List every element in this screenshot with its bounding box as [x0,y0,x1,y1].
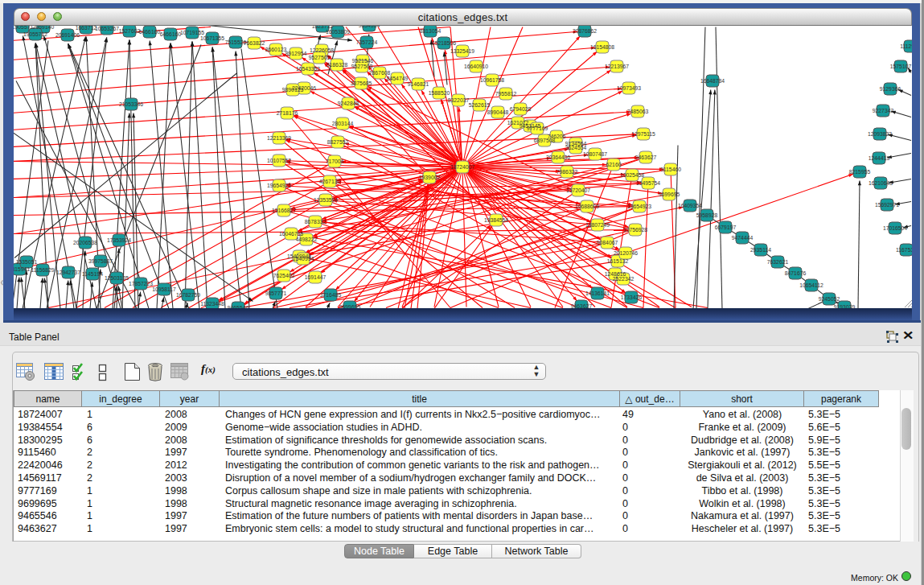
svg-text:1167533: 1167533 [896,247,912,253]
svg-text:2935114: 2935114 [750,247,771,253]
svg-text:12213369: 12213369 [267,135,291,141]
svg-text:2803144: 2803144 [332,121,354,126]
svg-text:12975115: 12975115 [631,131,655,137]
svg-text:14136141: 14136141 [585,290,610,296]
svg-text:10961758: 10961758 [480,77,504,83]
svg-text:8678332: 8678332 [305,219,326,225]
svg-text:1112983: 1112983 [900,43,912,49]
svg-text:1905571: 1905571 [14,26,33,30]
svg-text:8471676: 8471676 [785,270,807,276]
svg-text:16046795: 16046795 [279,231,303,237]
svg-text:20206538: 20206538 [73,240,97,245]
svg-text:15218506: 15218506 [432,40,456,46]
svg-text:1244413: 1244413 [869,155,890,161]
svg-text:16648784: 16648784 [700,78,725,84]
svg-text:11323448: 11323448 [200,301,224,307]
svg-text:18807249: 18807249 [585,222,610,228]
svg-text:5262615: 5262615 [469,102,491,108]
svg-text:8827552: 8827552 [327,139,349,145]
svg-text:6466160: 6466160 [139,29,161,35]
svg-text:18724007: 18724007 [450,164,474,170]
svg-text:7625402: 7625402 [273,273,295,278]
svg-text:10654112: 10654112 [799,282,823,288]
svg-text:8660123: 8660123 [265,47,287,52]
svg-text:19654923: 19654923 [627,204,651,209]
svg-text:19384554: 19384554 [484,217,508,223]
svg-text:20364436: 20364436 [546,154,570,160]
svg-text:17016504: 17016504 [883,225,907,231]
svg-text:1535051: 1535051 [16,259,38,265]
svg-text:15720407: 15720407 [566,187,590,193]
svg-text:3716485: 3716485 [320,292,342,298]
svg-text:8813054: 8813054 [420,28,441,34]
svg-text:9115460: 9115460 [660,167,681,172]
svg-text:20876862: 20876862 [573,28,597,34]
svg-text:9521546: 9521546 [352,58,374,64]
svg-text:12226058: 12226058 [310,47,334,53]
svg-text:8454749: 8454749 [387,76,409,81]
svg-text:6897508: 6897508 [534,138,556,143]
svg-text:39975887: 39975887 [88,258,113,264]
svg-text:3315941: 3315941 [14,266,30,272]
svg-text:9146821: 9146821 [408,81,429,87]
svg-text:2867608: 2867608 [369,70,391,76]
svg-text:9129366: 9129366 [880,86,901,92]
svg-text:12353594: 12353594 [314,197,338,203]
svg-text:3624554: 3624554 [565,145,587,150]
svg-text:1691447: 1691447 [305,274,326,280]
svg-text:15692971: 15692971 [875,202,899,208]
svg-text:9699695: 9699695 [659,192,680,197]
svg-text:8990448: 8990448 [487,109,509,115]
svg-text:7663822: 7663822 [244,40,265,46]
svg-text:2718176: 2718176 [277,110,298,116]
svg-text:10653267: 10653267 [95,26,119,31]
svg-text:13325419: 13325419 [450,48,474,54]
svg-text:11156829: 11156829 [31,267,54,273]
svg-text:10719155: 10719155 [180,30,204,35]
svg-text:9245052: 9245052 [819,296,840,302]
svg-text:12093822: 12093822 [868,131,892,137]
svg-text:12213967: 12213967 [605,64,629,69]
svg-text:7485063: 7485063 [627,109,649,114]
svg-text:10671355: 10671355 [200,35,224,41]
svg-text:9777169: 9777169 [527,126,548,131]
svg-text:20120746: 20120746 [614,250,638,256]
svg-text:1733426: 1733426 [621,295,643,300]
svg-text:1615132: 1615132 [607,258,629,264]
svg-text:9857771: 9857771 [265,290,287,296]
svg-text:8912954: 8912954 [285,51,307,56]
svg-text:1540994: 1540994 [293,256,314,262]
svg-text:15495754: 15495754 [636,180,660,186]
svg-text:16543352: 16543352 [296,66,320,72]
svg-text:1575107: 1575107 [890,64,912,69]
svg-text:9227342: 9227342 [873,108,894,113]
svg-text:9890123: 9890123 [282,87,304,93]
svg-text:9527508: 9527508 [351,64,373,69]
svg-text:2069140: 2069140 [33,26,55,30]
svg-text:5958928: 5958928 [696,212,718,218]
svg-text:10756928: 10756928 [623,227,647,233]
svg-text:19166827: 19166827 [272,208,296,213]
svg-text:16409354: 16409354 [678,203,702,208]
svg-text:10025458: 10025458 [620,172,644,178]
svg-text:7955812: 7955812 [495,91,517,97]
svg-text:4498222: 4498222 [296,237,318,242]
svg-text:8322037: 8322037 [448,97,470,103]
svg-text:62160: 62160 [606,162,622,167]
svg-text:7632621: 7632621 [767,259,789,265]
svg-text:12503135: 12503135 [105,275,129,281]
svg-text:1145194: 1145194 [82,271,103,277]
svg-text:4267130: 4267130 [319,179,341,184]
svg-text:7986322: 7986322 [556,169,578,175]
svg-text:21053346: 21053346 [119,101,143,107]
svg-text:10973493: 10973493 [617,85,641,91]
svg-text:17353924: 17353924 [107,237,131,243]
svg-text:17857223: 17857223 [129,281,153,286]
svg-text:10958117: 10958117 [152,286,176,292]
svg-text:9634554: 9634554 [359,26,380,28]
svg-text:10107552: 10107552 [267,158,291,163]
svg-text:8186328: 8186328 [326,62,348,68]
svg-text:1527602: 1527602 [119,28,141,34]
svg-text:9463627: 9463627 [635,154,657,160]
svg-text:7357224: 7357224 [356,39,378,45]
